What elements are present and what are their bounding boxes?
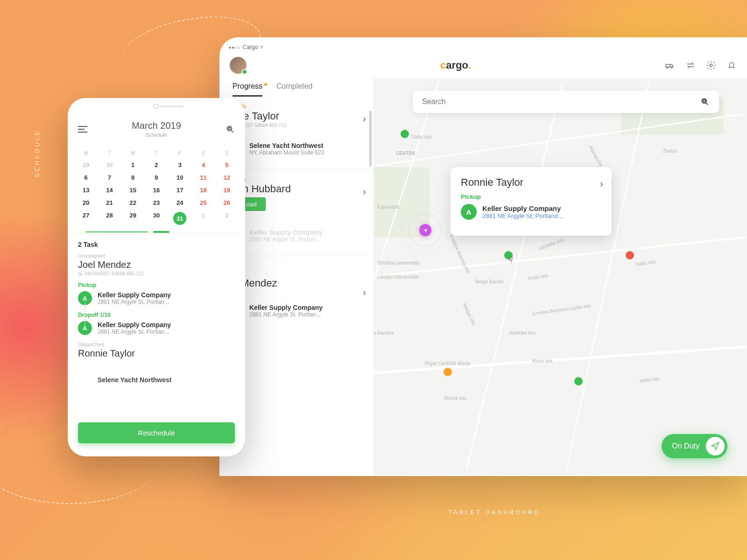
calendar-day[interactable]: 10 — [168, 171, 191, 184]
stop-address: 2881 NE Argyle St, Portlan... — [249, 311, 323, 318]
calendar-dow: T — [145, 148, 168, 159]
calendar-day[interactable]: 19 — [215, 184, 239, 196]
reschedule-button[interactable]: Reschedule — [78, 422, 235, 443]
calendar-day[interactable]: 21 — [98, 196, 121, 209]
calendar-day[interactable]: 22 — [121, 196, 145, 209]
dropoff-label: Dropoff 1/10 — [78, 312, 235, 318]
pickup-label: Pickup — [78, 282, 235, 288]
poi-label: a baznīca — [374, 330, 394, 336]
stop-name: Keller Supply Company — [98, 321, 171, 329]
pickup-stop[interactable]: A Keller Supply Company 2881 NE Argyle S… — [78, 291, 235, 305]
calendar-day[interactable]: 7 — [98, 171, 121, 184]
district-label: CENTRS — [396, 151, 415, 156]
tab-completed[interactable]: Completed — [276, 82, 312, 97]
calendar-day[interactable]: 2 — [145, 159, 168, 171]
svg-point-9 — [703, 100, 705, 102]
user-location-marker — [419, 224, 431, 236]
calendar-day[interactable]: 1 — [121, 159, 145, 171]
duty-toggle[interactable]: On Duty — [662, 434, 727, 458]
map-popover[interactable]: › Ronnie Taylor Pickup A Keller Supply C… — [451, 167, 612, 236]
map-marker[interactable] — [444, 368, 452, 376]
calendar-day[interactable]: 13 — [74, 184, 98, 196]
map-marker[interactable] — [401, 130, 409, 138]
gear-icon[interactable] — [706, 60, 716, 70]
calendar-day[interactable]: 18 — [191, 184, 215, 196]
svg-line-8 — [706, 103, 708, 105]
svg-point-7 — [702, 98, 706, 103]
stop-name: Keller Supply Company — [249, 304, 323, 311]
duty-label: On Duty — [672, 442, 699, 450]
section-label: up — [230, 294, 363, 301]
calendar-day[interactable]: 1 — [191, 209, 215, 228]
road-label: Ernesta Birznieka-Upīša iela — [532, 303, 591, 316]
stop-name: Keller Supply Company — [249, 229, 323, 236]
poi-label: Brīvības piemineklis — [378, 260, 420, 266]
search-bar[interactable] — [413, 91, 719, 113]
card-driver-name: nnie Taylor — [230, 110, 363, 122]
calendar-day[interactable]: 3 — [168, 159, 191, 171]
calendar-day[interactable]: 23 — [145, 196, 168, 209]
stop-name: Selene Yacht Northwest — [249, 142, 324, 149]
calendar-grid[interactable]: MTWTFSS 29301234567891011121314151617181… — [68, 144, 245, 228]
stop-pin-icon: A — [461, 204, 477, 220]
navigation-icon — [706, 437, 725, 455]
calendar-day[interactable]: 30 — [145, 209, 168, 228]
dropoff-stop[interactable]: A Keller Supply Company 2881 NE Argyle S… — [78, 321, 235, 335]
calendar-day[interactable]: 25 — [191, 196, 215, 209]
menu-icon[interactable] — [78, 126, 87, 133]
calendar-day[interactable]: 24 — [168, 196, 191, 209]
calendar-day[interactable]: 8 — [121, 171, 145, 184]
road-label: Klavu iela — [532, 358, 552, 364]
road-label: Avotu iela — [527, 273, 548, 281]
calendar-subtitle: Schedule — [87, 132, 226, 138]
calendar-day[interactable]: 27 — [74, 209, 98, 228]
calendar-day[interactable]: 14 — [98, 184, 121, 196]
road-label: Stabu iela — [411, 134, 431, 140]
section-label: poff — [230, 219, 363, 226]
road-label: Skrindi iela — [444, 396, 466, 401]
calendar-day[interactable]: 30 — [98, 159, 121, 171]
calendar-day[interactable]: 16 — [145, 184, 168, 196]
tab-progress[interactable]: Progress — [233, 82, 262, 97]
stop-address: 2881 NE Argyle St, Portlan... — [249, 236, 323, 243]
calendar-day[interactable]: 17 — [168, 184, 191, 196]
calendar-day[interactable]: 4 — [191, 159, 215, 171]
search-icon[interactable] — [226, 125, 235, 134]
calendar-day[interactable]: 20 — [74, 196, 98, 209]
calendar-day[interactable]: 9 — [145, 171, 168, 184]
chevron-right-icon: › — [363, 287, 366, 298]
calendar-day[interactable]: 26 — [215, 196, 239, 209]
calendar-day[interactable]: 29 — [121, 209, 145, 228]
calendar-day[interactable]: 28 — [98, 209, 121, 228]
task-id: № 3447643287-54664-465-712 — [78, 271, 235, 276]
task-driver-name: Joel Mendez — [78, 259, 235, 270]
task-status: Dispatched — [78, 342, 235, 347]
tablet-dashboard-label: TABLET DASHBOARD — [448, 509, 541, 516]
avatar[interactable] — [230, 57, 247, 74]
calendar-dow: S — [215, 148, 239, 159]
calendar-day[interactable]: 6 — [74, 171, 98, 184]
swap-icon[interactable] — [685, 60, 696, 70]
calendar-day[interactable]: 12 — [215, 171, 239, 184]
task-count: 2 Task — [78, 241, 235, 248]
calendar-day[interactable]: 2 — [215, 209, 239, 228]
calendar-dow: M — [74, 148, 98, 159]
calendar-day[interactable]: 29 — [74, 159, 98, 171]
calendar-day[interactable]: 11 — [191, 171, 215, 184]
stop-address: 2881 NE Argyle St, Portlan... — [98, 329, 171, 335]
calendar-day[interactable]: 15 — [121, 184, 145, 196]
truck-icon[interactable] — [665, 60, 675, 70]
calendar-day[interactable]: 5 — [215, 159, 239, 171]
calendar-day[interactable]: 31 — [168, 209, 191, 228]
search-input[interactable] — [422, 98, 700, 106]
search-icon[interactable] — [700, 97, 710, 106]
popover-driver-name: Ronnie Taylor — [461, 176, 601, 189]
app-logo: cargo. — [247, 59, 665, 71]
bell-icon[interactable] — [726, 60, 737, 70]
svg-point-6 — [710, 64, 712, 67]
card-driver-name: elyn Hubbard — [230, 183, 363, 195]
stop-address: NY, Abraham Mount Suite 623 — [249, 149, 324, 156]
map-view[interactable]: Stabu iela CENTRS Esplanāde Brīvības pie… — [374, 78, 747, 475]
map-marker[interactable] — [626, 251, 634, 259]
map-marker[interactable] — [574, 377, 583, 385]
